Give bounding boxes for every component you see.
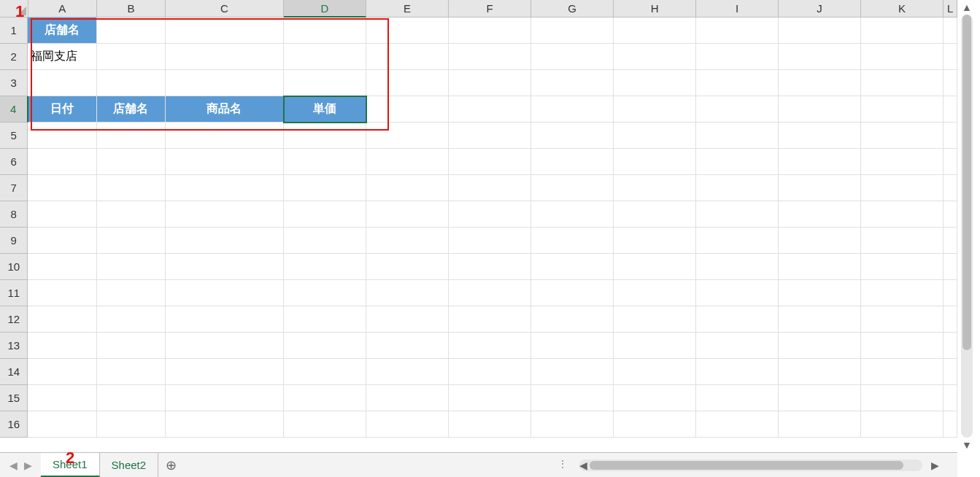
cell-B12[interactable] (97, 306, 166, 333)
cell-D4[interactable]: 単価 (284, 96, 366, 123)
cell-D13[interactable] (284, 333, 366, 359)
col-header-H[interactable]: H (614, 0, 696, 18)
cell-E12[interactable] (366, 306, 449, 333)
cell-K1[interactable] (861, 18, 944, 44)
cell-H2[interactable] (614, 44, 696, 70)
cell-E4[interactable] (366, 96, 449, 123)
row-header-13[interactable]: 13 (0, 333, 28, 359)
cell-E3[interactable] (366, 70, 449, 96)
sheet-tab-sheet2[interactable]: Sheet2 (100, 453, 159, 477)
cell-J13[interactable] (779, 333, 861, 359)
col-header-K[interactable]: K (861, 0, 944, 18)
row-header-10[interactable]: 10 (0, 254, 28, 280)
cell-B15[interactable] (97, 385, 166, 411)
cell-J1[interactable] (779, 18, 861, 44)
cell-C15[interactable] (166, 385, 284, 411)
cell-K4[interactable] (861, 96, 944, 123)
row-header-1[interactable]: 1 (0, 18, 28, 44)
row-header-8[interactable]: 8 (0, 201, 28, 228)
cell-J2[interactable] (779, 44, 861, 70)
cell-J12[interactable] (779, 306, 861, 333)
cell-B1[interactable] (97, 18, 166, 44)
cell-G16[interactable] (531, 411, 614, 438)
cell-K2[interactable] (861, 44, 944, 70)
cell-I8[interactable] (696, 201, 779, 228)
cell-L15[interactable] (944, 385, 957, 411)
col-header-I[interactable]: I (696, 0, 779, 18)
cell-A2[interactable]: 福岡支店 (28, 44, 96, 70)
row-header-9[interactable]: 9 (0, 228, 28, 254)
cell-K9[interactable] (861, 228, 944, 254)
cell-A13[interactable] (28, 333, 96, 359)
cell-C16[interactable] (166, 411, 284, 438)
vscroll-up-icon[interactable]: ▲ (958, 0, 976, 15)
cell-D2[interactable] (284, 44, 366, 70)
cell-I2[interactable] (696, 44, 779, 70)
cell-D15[interactable] (284, 385, 366, 411)
cell-H6[interactable] (614, 149, 696, 175)
add-sheet-button[interactable]: ⊕ (158, 457, 183, 473)
cell-G12[interactable] (531, 306, 614, 333)
cell-K11[interactable] (861, 280, 944, 306)
cell-E15[interactable] (366, 385, 449, 411)
cell-H16[interactable] (614, 411, 696, 438)
hscroll-left-icon[interactable]: ◀ (578, 459, 588, 471)
cell-B5[interactable] (97, 123, 166, 149)
cell-H5[interactable] (614, 123, 696, 149)
cell-L11[interactable] (944, 280, 957, 306)
cell-I1[interactable] (696, 18, 779, 44)
cell-C11[interactable] (166, 280, 284, 306)
cell-G13[interactable] (531, 333, 614, 359)
cell-J15[interactable] (779, 385, 861, 411)
cell-C8[interactable] (166, 201, 284, 228)
row-header-2[interactable]: 2 (0, 44, 28, 70)
cell-K10[interactable] (861, 254, 944, 280)
cell-K14[interactable] (861, 359, 944, 385)
cell-D6[interactable] (284, 149, 366, 175)
cell-G3[interactable] (531, 70, 614, 96)
cell-I16[interactable] (696, 411, 779, 438)
cell-B9[interactable] (97, 228, 166, 254)
col-header-E[interactable]: E (366, 0, 449, 18)
row-header-11[interactable]: 11 (0, 280, 28, 306)
cell-H14[interactable] (614, 359, 696, 385)
cell-I6[interactable] (696, 149, 779, 175)
cell-J7[interactable] (779, 175, 861, 201)
cell-I10[interactable] (696, 254, 779, 280)
cell-G10[interactable] (531, 254, 614, 280)
cell-C6[interactable] (166, 149, 284, 175)
cell-F13[interactable] (449, 333, 531, 359)
cell-G11[interactable] (531, 280, 614, 306)
cell-B10[interactable] (97, 254, 166, 280)
cell-J3[interactable] (779, 70, 861, 96)
cell-I4[interactable] (696, 96, 779, 123)
cell-D3[interactable] (284, 70, 366, 96)
cell-D9[interactable] (284, 228, 366, 254)
row-header-15[interactable]: 15 (0, 385, 28, 411)
cell-J10[interactable] (779, 254, 861, 280)
col-header-B[interactable]: B (97, 0, 166, 18)
cell-B11[interactable] (97, 280, 166, 306)
cell-J11[interactable] (779, 280, 861, 306)
cell-J9[interactable] (779, 228, 861, 254)
col-header-A[interactable]: A (28, 0, 97, 18)
cell-B4[interactable]: 店舗名 (97, 96, 166, 123)
cell-H3[interactable] (614, 70, 696, 96)
cell-C13[interactable] (166, 333, 284, 359)
row-header-3[interactable]: 3 (0, 70, 28, 96)
cell-G2[interactable] (531, 44, 614, 70)
cell-L10[interactable] (944, 254, 957, 280)
cell-A10[interactable] (28, 254, 96, 280)
cell-G4[interactable] (531, 96, 614, 123)
cell-H1[interactable] (614, 18, 696, 44)
cell-E10[interactable] (366, 254, 449, 280)
cell-G1[interactable] (531, 18, 614, 44)
cell-F7[interactable] (449, 175, 531, 201)
cell-K8[interactable] (861, 201, 944, 228)
cell-E7[interactable] (366, 175, 449, 201)
cell-D14[interactable] (284, 359, 366, 385)
col-header-F[interactable]: F (449, 0, 531, 18)
cell-A7[interactable] (28, 175, 96, 201)
cell-F6[interactable] (449, 149, 531, 175)
vscroll-down-icon[interactable]: ▼ (958, 438, 976, 452)
